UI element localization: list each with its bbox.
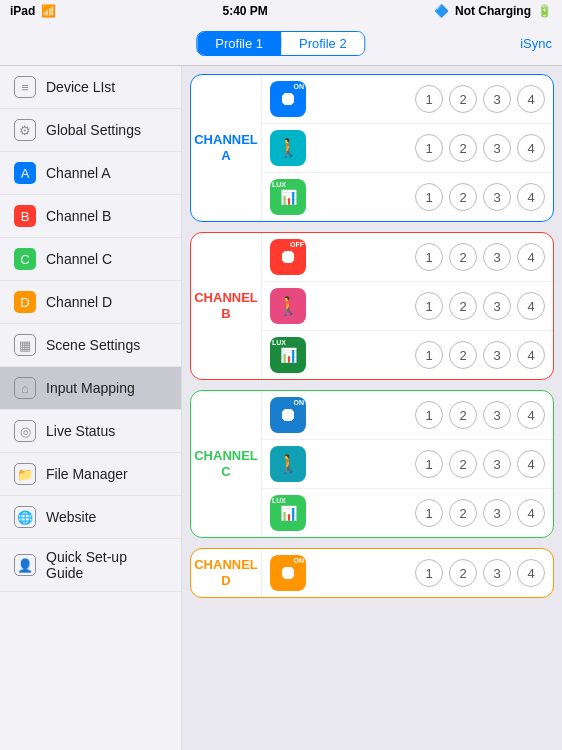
num-circle-2[interactable]: 2 [449,499,477,527]
num-circle-1[interactable]: 1 [415,401,443,429]
sidebar-item-channel-b[interactable]: BChannel B [0,195,181,238]
num-circle-1[interactable]: 1 [415,341,443,369]
onoff-badge: ON [294,83,305,90]
channel-row-channel-c-1: 🚶1234 [262,440,553,489]
sidebar-label-website: Website [46,509,96,525]
channel-label-text-channel-b: CHANNELB [194,290,258,321]
num-circle-3[interactable]: 3 [483,183,511,211]
channel-label-channel-d: CHANNELD [191,549,261,597]
num-circle-3[interactable]: 3 [483,499,511,527]
num-circle-3[interactable]: 3 [483,292,511,320]
sidebar-item-device-list[interactable]: ≡Device LIst [0,66,181,109]
num-circle-3[interactable]: 3 [483,401,511,429]
sidebar-item-website[interactable]: 🌐Website [0,496,181,539]
onoff-badge: OFF [290,241,304,248]
num-circle-4[interactable]: 4 [517,183,545,211]
person-icon: 🚶 [277,453,299,475]
num-circle-2[interactable]: 2 [449,134,477,162]
sidebar-item-live-status[interactable]: ◎Live Status [0,410,181,453]
num-circle-1[interactable]: 1 [415,499,443,527]
num-circle-2[interactable]: 2 [449,292,477,320]
num-circle-2[interactable]: 2 [449,183,477,211]
num-circle-4[interactable]: 4 [517,499,545,527]
num-circle-4[interactable]: 4 [517,134,545,162]
sidebar-icon-channel-a: A [14,162,36,184]
num-circle-2[interactable]: 2 [449,559,477,587]
sidebar-label-file-manager: File Manager [46,466,128,482]
profile-tabs[interactable]: Profile 1 Profile 2 [196,31,365,56]
sidebar-icon-device-list: ≡ [14,76,36,98]
onoff-badge: ON [294,399,305,406]
profile-tab-1[interactable]: Profile 1 [197,32,281,55]
channel-row-channel-a-1: 🚶1234 [262,124,553,173]
sidebar-label-quick-setup: Quick Set-up Guide [46,549,167,581]
sidebar-item-quick-setup[interactable]: 👤Quick Set-up Guide [0,539,181,592]
num-circle-1[interactable]: 1 [415,292,443,320]
num-circle-3[interactable]: 3 [483,341,511,369]
num-circle-4[interactable]: 4 [517,85,545,113]
num-circle-2[interactable]: 2 [449,85,477,113]
channel-row-channel-d-0: ⏺ON1234 [262,549,553,597]
num-circle-4[interactable]: 4 [517,243,545,271]
lux-icon: 📊 [280,189,297,205]
channel-label-text-channel-c: CHANNELC [194,448,258,479]
lux-label: LUX [272,181,286,188]
num-circle-3[interactable]: 3 [483,85,511,113]
status-right: 🔷 Not Charging 🔋 [434,4,552,18]
sidebar-label-scene-settings: Scene Settings [46,337,140,353]
row-icon-channel-c-0: ⏺ON [270,397,306,433]
lux-label: LUX [272,339,286,346]
channel-row-channel-b-1: 🚶1234 [262,282,553,331]
num-circle-4[interactable]: 4 [517,450,545,478]
channel-row-channel-c-2: 📊LUX1234 [262,489,553,537]
channel-label-channel-c: CHANNELC [191,391,261,537]
num-circle-1[interactable]: 1 [415,559,443,587]
num-circle-3[interactable]: 3 [483,450,511,478]
channel-row-channel-b-2: 📊LUX1234 [262,331,553,379]
sidebar-item-channel-a[interactable]: AChannel A [0,152,181,195]
sidebar-label-channel-b: Channel B [46,208,111,224]
num-circle-1[interactable]: 1 [415,450,443,478]
number-circles-channel-a-1: 1234 [415,134,545,162]
number-circles-channel-b-1: 1234 [415,292,545,320]
sidebar-item-file-manager[interactable]: 📁File Manager [0,453,181,496]
num-circle-2[interactable]: 2 [449,243,477,271]
sidebar-item-input-mapping[interactable]: ⌂Input Mapping [0,367,181,410]
num-circle-1[interactable]: 1 [415,85,443,113]
channel-label-text-channel-d: CHANNELD [194,557,258,588]
sidebar-item-scene-settings[interactable]: ▦Scene Settings [0,324,181,367]
channel-row-channel-a-0: ⏺ON1234 [262,75,553,124]
sidebar-icon-channel-b: B [14,205,36,227]
num-circle-4[interactable]: 4 [517,401,545,429]
lux-icon: 📊 [280,347,297,363]
sidebar-item-channel-c[interactable]: CChannel C [0,238,181,281]
sidebar-icon-scene-settings: ▦ [14,334,36,356]
profile-tab-2[interactable]: Profile 2 [281,32,365,55]
num-circle-3[interactable]: 3 [483,559,511,587]
num-circle-4[interactable]: 4 [517,341,545,369]
onoff-badge: ON [294,557,305,564]
num-circle-1[interactable]: 1 [415,183,443,211]
bluetooth-icon: 🔷 [434,4,449,18]
row-icon-channel-d-0: ⏺ON [270,555,306,591]
sidebar-icon-file-manager: 📁 [14,463,36,485]
number-circles-channel-a-2: 1234 [415,183,545,211]
num-circle-1[interactable]: 1 [415,134,443,162]
num-circle-2[interactable]: 2 [449,401,477,429]
num-circle-1[interactable]: 1 [415,243,443,271]
sync-button[interactable]: iSync [520,36,552,51]
num-circle-3[interactable]: 3 [483,134,511,162]
sidebar-item-channel-d[interactable]: DChannel D [0,281,181,324]
sidebar-label-live-status: Live Status [46,423,115,439]
number-circles-channel-d-0: 1234 [415,559,545,587]
main-layout: ≡Device LIst⚙Global SettingsAChannel ABC… [0,66,562,750]
num-circle-3[interactable]: 3 [483,243,511,271]
num-circle-2[interactable]: 2 [449,450,477,478]
sidebar-item-global-settings[interactable]: ⚙Global Settings [0,109,181,152]
toggle-icon: ⏺ [279,405,297,426]
lux-icon: 📊 [280,505,297,521]
num-circle-2[interactable]: 2 [449,341,477,369]
num-circle-4[interactable]: 4 [517,559,545,587]
number-circles-channel-c-0: 1234 [415,401,545,429]
num-circle-4[interactable]: 4 [517,292,545,320]
